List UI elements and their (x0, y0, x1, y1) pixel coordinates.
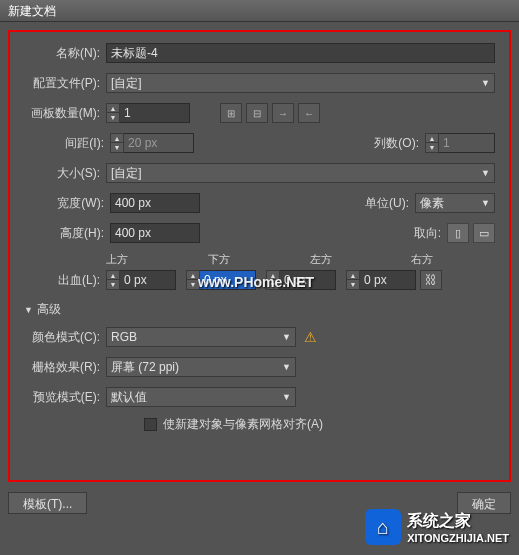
grid-by-col-icon[interactable]: ⊟ (246, 103, 268, 123)
raster-dropdown[interactable]: 屏幕 (72 ppi) ▼ (106, 357, 296, 377)
warning-icon: ⚠ (304, 329, 317, 345)
unit-value: 像素 (420, 195, 444, 212)
height-input[interactable] (110, 223, 200, 243)
dialog-title: 新建文档 (8, 4, 56, 18)
width-label: 宽度(W): (44, 195, 104, 212)
bleed-top-spinner[interactable]: ▲▼ (106, 270, 176, 290)
cols-input (439, 133, 495, 153)
colormode-dropdown[interactable]: RGB ▼ (106, 327, 296, 347)
colormode-value: RGB (111, 330, 137, 344)
spacing-spinner: ▲▼ (110, 133, 194, 153)
orient-label: 取向: (381, 225, 441, 242)
preview-label: 预览模式(E): (24, 389, 100, 406)
bleed-bottom-input[interactable] (200, 270, 256, 290)
spinner-down-icon[interactable]: ▼ (107, 113, 119, 122)
template-button[interactable]: 模板(T)... (8, 492, 87, 514)
spacing-input (124, 133, 194, 153)
bleed-top-header: 上方 (106, 252, 190, 267)
chevron-down-icon: ▼ (481, 78, 490, 88)
bleed-left-spinner[interactable]: ▲▼ (266, 270, 336, 290)
raster-label: 栅格效果(R): (24, 359, 100, 376)
link-icon: ⛓ (425, 273, 437, 287)
spinner-up-icon[interactable]: ▲ (107, 104, 119, 113)
bleed-right-input[interactable] (360, 270, 416, 290)
raster-value: 屏幕 (72 ppi) (111, 359, 179, 376)
triangle-down-icon: ▼ (24, 305, 33, 315)
grid-by-row-icon[interactable]: ⊞ (220, 103, 242, 123)
dialog-titlebar: 新建文档 (0, 0, 519, 22)
bleed-right-header: 右方 (411, 252, 495, 267)
bleed-left-input[interactable] (280, 270, 336, 290)
size-label: 大小(S): (24, 165, 100, 182)
profile-label: 配置文件(P): (24, 75, 100, 92)
bleed-label: 出血(L): (24, 272, 100, 289)
size-dropdown[interactable]: [自定] ▼ (106, 163, 495, 183)
arrange-col-icon[interactable]: ← (298, 103, 320, 123)
bleed-left-header: 左方 (310, 252, 394, 267)
align-pixel-grid-checkbox[interactable] (144, 418, 157, 431)
advanced-header: 高级 (37, 301, 61, 318)
colormode-label: 颜色模式(C): (24, 329, 100, 346)
cols-label: 列数(O): (359, 135, 419, 152)
chevron-down-icon: ▼ (282, 362, 291, 372)
name-input[interactable] (106, 43, 495, 63)
advanced-section-toggle[interactable]: ▼ 高级 (24, 301, 495, 318)
chevron-down-icon: ▼ (481, 168, 490, 178)
link-bleed-button[interactable]: ⛓ (420, 270, 442, 290)
height-label: 高度(H): (44, 225, 104, 242)
orient-landscape-button[interactable]: ▭ (473, 223, 495, 243)
bleed-bottom-header: 下方 (208, 252, 292, 267)
artboard-count-input[interactable] (120, 103, 190, 123)
cols-spinner: ▲▼ (425, 133, 495, 153)
orient-portrait-button[interactable]: ▯ (447, 223, 469, 243)
unit-label: 单位(U): (349, 195, 409, 212)
arrange-row-icon[interactable]: → (272, 103, 294, 123)
highlight-box: 名称(N): 配置文件(P): [自定] ▼ 画板数量(M): ▲▼ ⊞ ⊟ →… (8, 30, 511, 482)
name-label: 名称(N): (24, 45, 100, 62)
width-input[interactable] (110, 193, 200, 213)
align-pixel-grid-label: 使新建对象与像素网格对齐(A) (163, 416, 323, 433)
bleed-bottom-spinner[interactable]: ▲▼ (186, 270, 256, 290)
unit-dropdown[interactable]: 像素 ▼ (415, 193, 495, 213)
dialog-footer: 模板(T)... 确定 (8, 482, 511, 514)
bleed-top-input[interactable] (120, 270, 176, 290)
chevron-down-icon: ▼ (282, 332, 291, 342)
artboard-count-label: 画板数量(M): (24, 105, 100, 122)
ok-button[interactable]: 确定 (457, 492, 511, 514)
size-value: [自定] (111, 165, 142, 182)
profile-value: [自定] (111, 75, 142, 92)
profile-dropdown[interactable]: [自定] ▼ (106, 73, 495, 93)
chevron-down-icon: ▼ (481, 198, 490, 208)
bleed-right-spinner[interactable]: ▲▼ (346, 270, 416, 290)
chevron-down-icon: ▼ (282, 392, 291, 402)
spacing-label: 间距(I): (44, 135, 104, 152)
preview-value: 默认值 (111, 389, 147, 406)
dialog-body: 名称(N): 配置文件(P): [自定] ▼ 画板数量(M): ▲▼ ⊞ ⊟ →… (0, 22, 519, 555)
preview-dropdown[interactable]: 默认值 ▼ (106, 387, 296, 407)
artboard-count-spinner[interactable]: ▲▼ (106, 103, 190, 123)
